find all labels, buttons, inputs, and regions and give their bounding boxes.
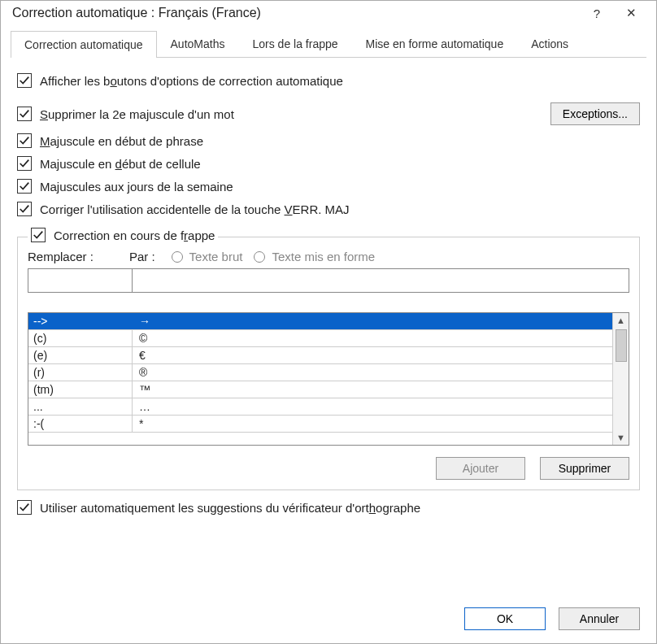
ok-button[interactable]: OK: [464, 607, 546, 630]
label-use-spellcheck: Utiliser automatiquement les suggestions…: [40, 501, 420, 515]
titlebar: Correction automatique : Français (Franc…: [1, 1, 656, 25]
label-replace: Remplacer :: [28, 250, 94, 263]
list-from: ...: [28, 398, 133, 415]
tab-autoformat[interactable]: Mise en forme automatique: [352, 30, 518, 57]
list-to: *: [133, 416, 612, 432]
list-item[interactable]: (c) ©: [28, 330, 612, 347]
replace-input[interactable]: [28, 268, 132, 293]
checkbox-caps-lock[interactable]: [17, 202, 32, 216]
checkbox-double-cap[interactable]: [17, 107, 32, 121]
scroll-thumb[interactable]: [616, 329, 627, 362]
with-input[interactable]: [132, 268, 629, 293]
list-from: (r): [28, 364, 133, 381]
radio-plain-wrap: Texte brut: [172, 250, 243, 263]
label-cell-cap: Majuscule en début de cellule: [40, 157, 201, 171]
label-replace-typing: Correction en cours de frappe: [54, 228, 215, 242]
tab-as-you-type[interactable]: Lors de la frappe: [238, 30, 351, 57]
delete-button[interactable]: Supprimer: [540, 457, 629, 480]
exceptions-button-text: xceptions...: [570, 107, 628, 120]
list-from: (c): [28, 330, 133, 346]
list-to: …: [133, 398, 612, 415]
checkbox-sentence-cap[interactable]: [17, 133, 32, 148]
tab-actions[interactable]: Actions: [517, 30, 582, 57]
list-to: ™: [133, 381, 612, 398]
dialog-footer: OK Annuler: [1, 596, 656, 643]
replace-group: Correction en cours de frappe Remplacer …: [17, 237, 640, 490]
label-double-cap: Supprimer la 2e majuscule d'un mot: [40, 107, 234, 121]
panel-autocorrect: Afficher les boutons d'options de correc…: [1, 58, 656, 596]
radio-formatted: [254, 251, 265, 263]
list-to: →: [133, 313, 612, 329]
list-to: ®: [133, 364, 612, 381]
checkbox-use-spellcheck[interactable]: [17, 500, 32, 515]
tab-automaths[interactable]: AutoMaths: [157, 30, 239, 57]
checkbox-cell-cap[interactable]: [17, 156, 32, 171]
tabstrip: Correction automatique AutoMaths Lors de…: [11, 30, 646, 58]
checkbox-show-buttons[interactable]: [17, 73, 32, 88]
scroll-up-icon[interactable]: ▲: [616, 313, 625, 328]
list-to: ©: [133, 330, 612, 346]
checkbox-replace-typing[interactable]: [31, 228, 46, 242]
radio-formatted-wrap: Texte mis en forme: [254, 250, 375, 263]
list-item[interactable]: :-( *: [28, 416, 612, 433]
list-from: (tm): [28, 381, 133, 398]
list-item[interactable]: ... …: [28, 398, 612, 416]
list-item[interactable]: --> →: [28, 313, 612, 330]
replacement-list-body[interactable]: --> → (c) © (e) € (r) ®: [28, 313, 612, 445]
add-button[interactable]: Ajouter: [436, 457, 525, 480]
label-show-buttons: Afficher les boutons d'options de correc…: [40, 74, 343, 88]
label-with: Par :: [129, 250, 155, 263]
replacement-list: --> → (c) © (e) € (r) ®: [28, 312, 629, 446]
list-from: -->: [28, 313, 133, 329]
dialog-window: Correction automatique : Français (Franc…: [0, 0, 657, 644]
help-icon[interactable]: ?: [580, 7, 614, 20]
list-from: :-(: [28, 416, 133, 432]
cancel-button[interactable]: Annuler: [559, 607, 640, 630]
label-caps-lock: Corriger l'utilisation accidentelle de l…: [40, 202, 350, 216]
list-item[interactable]: (e) €: [28, 347, 612, 364]
scrollbar[interactable]: ▲ ▼: [612, 313, 629, 445]
label-formatted: Texte mis en forme: [272, 250, 375, 263]
list-item[interactable]: (tm) ™: [28, 381, 612, 398]
list-item[interactable]: (r) ®: [28, 364, 612, 381]
scroll-down-icon[interactable]: ▼: [616, 430, 625, 445]
label-days-cap: Majuscules aux jours de la semaine: [40, 180, 233, 194]
dialog-title: Correction automatique : Français (Franc…: [12, 6, 580, 20]
list-to: €: [133, 347, 612, 363]
radio-plain: [172, 251, 183, 263]
tab-autocorrect[interactable]: Correction automatique: [11, 31, 157, 58]
list-from: (e): [28, 347, 133, 363]
checkbox-days-cap[interactable]: [17, 179, 32, 194]
exceptions-button[interactable]: Exceptions...: [550, 102, 640, 125]
label-plain: Texte brut: [189, 250, 243, 263]
close-icon[interactable]: ✕: [614, 6, 648, 20]
label-sentence-cap: Majuscule en début de phrase: [40, 134, 203, 148]
